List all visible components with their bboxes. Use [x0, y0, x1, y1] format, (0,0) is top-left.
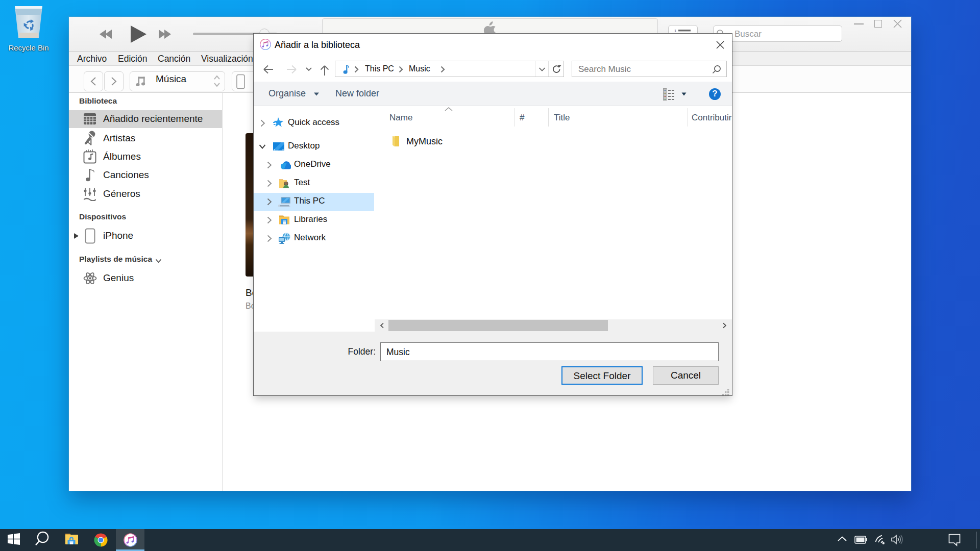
svg-text:1: 1	[674, 29, 677, 33]
